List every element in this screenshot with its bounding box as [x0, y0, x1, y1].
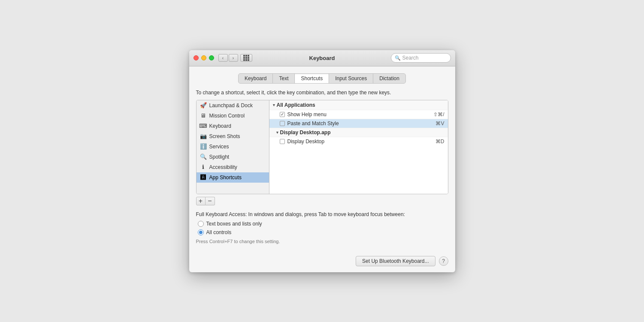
- tab-bar-container: Keyboard Text Shortcuts Input Sources Di…: [196, 73, 448, 84]
- sidebar-item-services-label: Services: [209, 144, 229, 150]
- radio-all-controls-circle[interactable]: [198, 229, 204, 235]
- content-area: Keyboard Text Shortcuts Input Sources Di…: [189, 66, 455, 251]
- radio-text-boxes[interactable]: Text boxes and lists only: [198, 221, 448, 227]
- hint-text: Press Control+F7 to change this setting.: [196, 239, 448, 244]
- bottom-bar: Set Up Bluetooth Keyboard... ?: [189, 251, 455, 272]
- shortcuts-sidebar: 🚀 Launchpad & Dock 🖥 Mission Control ⌨ K…: [197, 100, 269, 194]
- radio-text-boxes-circle[interactable]: [198, 221, 204, 227]
- titlebar: ‹ › Keyboard 🔍 Search: [189, 50, 455, 66]
- add-remove-bar: + −: [196, 197, 448, 205]
- shortcuts-panel: 🚀 Launchpad & Dock 🖥 Mission Control ⌨ K…: [196, 100, 448, 194]
- spotlight-icon: 🔍: [200, 153, 207, 160]
- sidebar-item-keyboard-label: Keyboard: [209, 123, 231, 129]
- radio-all-controls[interactable]: All controls: [198, 229, 448, 235]
- detail-pane: ▾ All Applications ✓ Show Help menu ⇧⌘/ …: [269, 100, 448, 194]
- close-button[interactable]: [194, 55, 199, 60]
- expand-triangle: ▾: [273, 103, 275, 107]
- window-title: Keyboard: [309, 55, 335, 61]
- grid-icon: [243, 55, 249, 61]
- full-keyboard-label: Full Keyboard Access: In windows and dia…: [196, 211, 448, 217]
- launchpad-icon: 🚀: [200, 102, 207, 109]
- instruction-text: To change a shortcut, select it, click t…: [196, 90, 448, 96]
- sidebar-item-screenshots[interactable]: 📷 Screen Shots: [197, 131, 269, 141]
- sidebar-item-mission-control[interactable]: 🖥 Mission Control: [197, 111, 269, 121]
- radio-text-boxes-label: Text boxes and lists only: [206, 221, 262, 227]
- add-shortcut-button[interactable]: +: [196, 197, 206, 205]
- sidebar-item-accessibility-label: Accessibility: [209, 164, 237, 170]
- paste-match-key: ⌘V: [435, 120, 444, 126]
- sidebar-item-mission-control-label: Mission Control: [209, 113, 245, 119]
- sidebar-item-spotlight[interactable]: 🔍 Spotlight: [197, 152, 269, 162]
- paste-match-checkbox[interactable]: [280, 121, 285, 126]
- sidebar-item-app-shortcuts[interactable]: 🅰 App Shortcuts: [197, 172, 269, 183]
- sidebar-item-launchpad[interactable]: 🚀 Launchpad & Dock: [197, 100, 269, 111]
- group-all-applications-label: All Applications: [277, 102, 315, 108]
- keyboard-preferences-window: ‹ › Keyboard 🔍 Search Keyboard Text Shor…: [189, 50, 455, 272]
- group-display-desktop[interactable]: ▾ Display Desktop.app: [269, 128, 448, 137]
- radio-all-controls-label: All controls: [206, 229, 232, 235]
- sidebar-item-services[interactable]: ℹ️ Services: [197, 141, 269, 152]
- services-icon: ℹ️: [200, 143, 207, 150]
- minimize-button[interactable]: [201, 55, 206, 60]
- sidebar-item-launchpad-label: Launchpad & Dock: [209, 102, 253, 108]
- maximize-button[interactable]: [209, 55, 214, 60]
- tab-bar: Keyboard Text Shortcuts Input Sources Di…: [238, 73, 406, 84]
- sidebar-item-spotlight-label: Spotlight: [209, 154, 230, 160]
- shortcut-display-desktop[interactable]: Display Desktop ⌘D: [269, 137, 448, 146]
- grid-view-button[interactable]: [240, 54, 252, 62]
- sidebar-item-screenshots-label: Screen Shots: [209, 133, 240, 139]
- app-shortcuts-icon: 🅰: [200, 174, 207, 181]
- accessibility-icon: ℹ: [200, 164, 207, 171]
- sidebar-item-accessibility[interactable]: ℹ Accessibility: [197, 162, 269, 172]
- sidebar-item-keyboard[interactable]: ⌨ Keyboard: [197, 121, 269, 131]
- show-help-label: Show Help menu: [287, 111, 434, 117]
- display-desktop-checkbox[interactable]: [280, 139, 285, 144]
- show-help-key: ⇧⌘/: [433, 111, 444, 117]
- tab-shortcuts[interactable]: Shortcuts: [295, 74, 329, 83]
- group-display-desktop-label: Display Desktop.app: [280, 129, 331, 135]
- full-keyboard-section: Full Keyboard Access: In windows and dia…: [196, 211, 448, 244]
- setup-bluetooth-button[interactable]: Set Up Bluetooth Keyboard...: [356, 256, 435, 266]
- paste-match-label: Paste and Match Style: [287, 120, 436, 126]
- sidebar-item-app-shortcuts-label: App Shortcuts: [209, 175, 242, 181]
- keyboard-icon: ⌨: [200, 123, 207, 129]
- show-help-checkbox[interactable]: ✓: [280, 112, 285, 117]
- display-desktop-label: Display Desktop: [287, 138, 435, 144]
- screenshots-icon: 📷: [200, 133, 207, 140]
- back-button[interactable]: ‹: [218, 54, 228, 62]
- expand-triangle-2: ▾: [276, 130, 278, 135]
- remove-shortcut-button[interactable]: −: [206, 197, 215, 205]
- tab-dictation[interactable]: Dictation: [373, 74, 405, 83]
- mission-control-icon: 🖥: [200, 112, 207, 119]
- search-icon: 🔍: [395, 55, 401, 61]
- forward-button[interactable]: ›: [229, 54, 238, 62]
- radio-group: Text boxes and lists only All controls: [198, 221, 448, 235]
- group-all-applications[interactable]: ▾ All Applications: [269, 100, 448, 110]
- search-placeholder: Search: [402, 55, 419, 61]
- tab-input-sources[interactable]: Input Sources: [329, 74, 373, 83]
- display-desktop-key: ⌘D: [435, 138, 444, 144]
- tab-keyboard[interactable]: Keyboard: [239, 74, 273, 83]
- traffic-lights: [194, 55, 214, 60]
- search-box[interactable]: 🔍 Search: [391, 53, 451, 63]
- tab-text[interactable]: Text: [273, 74, 295, 83]
- shortcut-show-help[interactable]: ✓ Show Help menu ⇧⌘/: [269, 110, 448, 119]
- nav-buttons: ‹ ›: [218, 54, 238, 62]
- help-button[interactable]: ?: [439, 256, 448, 266]
- shortcut-paste-match[interactable]: Paste and Match Style ⌘V: [269, 119, 448, 128]
